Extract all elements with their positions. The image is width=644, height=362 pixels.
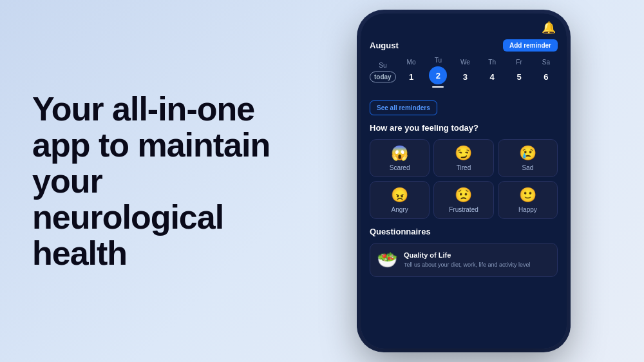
day-selected-underline [432, 86, 444, 88]
day-name-tu: Tu [435, 57, 442, 64]
day-num-mo: 1 [402, 68, 421, 86]
emotion-tired[interactable]: 😏 Tired [433, 139, 493, 177]
add-reminder-button[interactable]: Add reminder [503, 39, 558, 52]
emotion-angry[interactable]: 😠 Angry [370, 181, 430, 219]
day-num-tu: 2 [429, 66, 447, 84]
phone-content: See all reminders How are you feeling to… [361, 94, 567, 348]
emotion-happy[interactable]: 🙂 Happy [498, 181, 558, 219]
quality-of-life-desc: Tell us about your diet, work, life and … [404, 261, 531, 269]
left-panel: Your all-in-one app to maintain your neu… [0, 0, 296, 362]
quality-of-life-text: Quality of Life Tell us about your diet,… [404, 251, 531, 269]
tired-emoji: 😏 [455, 145, 472, 162]
day-col-th[interactable]: Th 4 [480, 59, 504, 86]
day-num-fr: 5 [510, 68, 528, 86]
angry-label: Angry [392, 206, 408, 213]
day-name-fr: Fr [516, 59, 522, 66]
calendar-header: August Add reminder [370, 39, 558, 52]
calendar-days: Su today Mo 1 Tu 2 We 3 [370, 57, 558, 88]
day-col-su[interactable]: Su today [370, 62, 396, 82]
emotion-frustrated[interactable]: 😟 Frustrated [433, 181, 493, 219]
quality-of-life-card[interactable]: 🥗 Quality of Life Tell us about your die… [370, 243, 558, 277]
see-all-reminders-button[interactable]: See all reminders [370, 100, 437, 115]
questionnaires-title: Questionnaires [370, 227, 558, 236]
day-col-sa[interactable]: Sa 6 [535, 59, 558, 86]
happy-label: Happy [518, 206, 537, 213]
day-name-th: Th [488, 59, 496, 66]
frustrated-label: Frustrated [449, 206, 478, 213]
scared-emoji: 😱 [391, 145, 408, 162]
phone-top-bar: 🔔 [361, 14, 567, 39]
sad-label: Sad [522, 164, 533, 171]
quality-of-life-icon: 🥗 [377, 250, 397, 270]
day-name-mo: Mo [407, 59, 416, 66]
headline: Your all-in-one app to maintain your neu… [32, 91, 270, 272]
bell-icon: 🔔 [541, 20, 556, 35]
day-col-fr[interactable]: Fr 5 [507, 59, 531, 86]
day-num-sa: 6 [537, 68, 555, 86]
day-num-th: 4 [483, 68, 501, 86]
phone-mockup: 🔔 August Add reminder Su today Mo 1 [361, 14, 567, 348]
month-label: August [370, 41, 399, 50]
day-num-we: 3 [456, 68, 474, 86]
day-name-sa: Sa [542, 59, 550, 66]
day-name-su: Su [379, 62, 386, 69]
angry-emoji: 😠 [391, 187, 408, 204]
day-col-tu[interactable]: Tu 2 [426, 57, 450, 88]
frustrated-emoji: 😟 [455, 187, 472, 204]
day-num-su: today [370, 71, 396, 82]
tired-label: Tired [457, 164, 471, 171]
feeling-title: How are you feeling today? [370, 123, 558, 133]
day-col-mo[interactable]: Mo 1 [400, 59, 423, 86]
calendar-section: August Add reminder Su today Mo 1 Tu 2 [361, 39, 567, 94]
happy-emoji: 🙂 [519, 187, 536, 204]
day-name-we: We [460, 59, 470, 66]
emotion-grid: 😱 Scared 😏 Tired 😢 Sad 😠 Angry [370, 139, 558, 219]
right-panel: 🔔 August Add reminder Su today Mo 1 [296, 0, 644, 362]
day-col-we[interactable]: We 3 [453, 59, 477, 86]
emotion-scared[interactable]: 😱 Scared [370, 139, 430, 177]
emotion-sad[interactable]: 😢 Sad [498, 139, 558, 177]
scared-label: Scared [390, 164, 410, 171]
quality-of-life-title: Quality of Life [404, 251, 531, 259]
sad-emoji: 😢 [519, 145, 536, 162]
